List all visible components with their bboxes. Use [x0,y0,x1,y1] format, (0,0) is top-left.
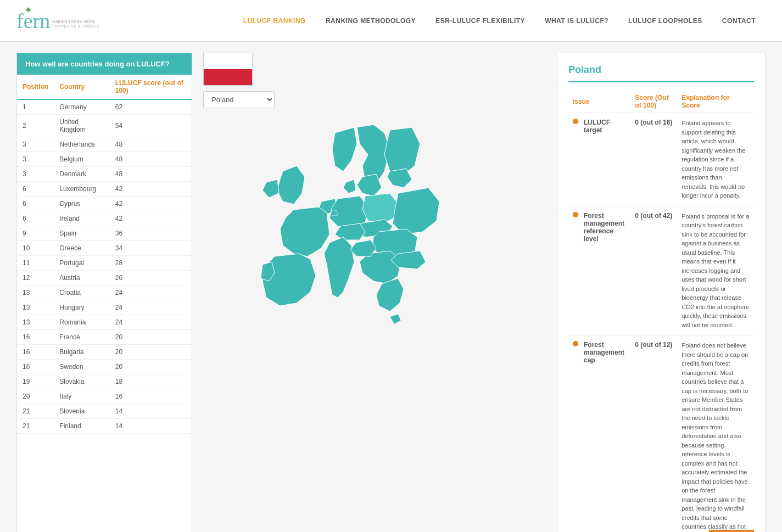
country-select[interactable]: Poland Germany France Spain Italy [203,91,275,108]
table-row[interactable]: 6 Cyprus 42 [17,197,192,211]
cell-country: Germany [54,99,109,115]
flag-bottom-half [204,69,252,85]
details-explanation-cell: Poland appears to support deleting this … [677,113,754,206]
details-row: LULUCF target 0 (out of 16) Poland appea… [568,113,754,206]
nav-loopholes[interactable]: LULUCF LOOPHOLES [618,17,712,25]
cell-score: 24 [110,300,192,315]
table-row[interactable]: 13 Romania 24 [17,315,192,330]
cell-position: 3 [17,167,54,182]
details-explanation-cell: Poland's proposal is for a country's for… [677,206,754,335]
table-row[interactable]: 12 Austria 26 [17,271,192,285]
table-row[interactable]: 19 Slovakia 18 [17,374,192,389]
table-row[interactable]: 13 Hungary 24 [17,300,192,315]
cell-country: Italy [54,389,109,404]
nav-lulucf-ranking[interactable]: LULUCF RANKING [233,17,316,25]
table-row[interactable]: 9 Spain 36 [17,226,192,241]
details-country-name: Poland [568,64,754,82]
details-row: Forest management reference level 0 (out… [568,206,754,335]
cell-country: Finland [54,419,109,434]
cell-score: 14 [110,419,192,434]
cell-position: 3 [17,152,54,167]
table-row[interactable]: 2 United Kingdom 54 [17,115,192,137]
details-col-explanation: Explanation for Score [677,91,754,113]
issue-name: Forest management reference level [584,212,626,243]
details-issue-cell: Forest management reference level [568,206,630,335]
cell-score: 34 [110,241,192,256]
cell-position: 12 [17,271,54,285]
cell-country: Bulgaria [54,345,109,360]
cell-country: United Kingdom [54,115,109,137]
col-position: Position [17,75,54,99]
cell-position: 2 [17,115,54,137]
main-content: How well are countries doing on LULUCF? … [0,42,782,532]
nav-contact[interactable]: CONTACT [712,17,766,25]
nav-what-is-lulucf[interactable]: WHAT IS LULUCF? [535,17,618,25]
nav-ranking-methodology[interactable]: RANKING METHODOLOGY [316,17,426,25]
nav-esr-flexibility[interactable]: ESR-LULUCF FLEXIBILITY [426,17,535,25]
cell-position: 10 [17,241,54,256]
cell-country: Denmark [54,167,109,182]
cell-position: 21 [17,404,54,419]
cell-position: 19 [17,374,54,389]
issue-dot [573,212,578,217]
cell-score: 18 [110,374,192,389]
close-button[interactable]: CLOSE [709,530,754,532]
cell-country: Sweden [54,360,109,374]
logo-area: fern MAKING THE EU WORKFOR PEOPLE & FORE… [16,10,99,31]
cell-position: 6 [17,197,54,211]
cell-score: 42 [110,197,192,211]
details-col-score: Score (Out of 100) [630,91,677,113]
table-row[interactable]: 6 Ireland 42 [17,211,192,226]
table-row[interactable]: 10 Greece 34 [17,241,192,256]
cell-country: Slovakia [54,374,109,389]
cell-country: Austria [54,271,109,285]
table-row[interactable]: 21 Slovenia 14 [17,404,192,419]
cell-country: Romania [54,315,109,330]
rankings-header-text: How well are countries doing on LULUCF? [17,53,192,75]
rankings-table: Position Country LULUCF score (out of 10… [17,75,192,434]
cell-country: France [54,330,109,345]
issue-dot [573,119,578,124]
flag-dropdown-row: Poland Germany France Spain Italy [203,53,546,108]
table-row[interactable]: 11 Portugal 28 [17,256,192,271]
cell-score: 36 [110,226,192,241]
cell-position: 20 [17,389,54,404]
issue-dot [573,341,578,346]
cell-country: Luxembourg [54,182,109,197]
issue-name: LULUCF target [584,119,626,134]
details-score-cell: 0 (out of 42) [630,206,677,335]
table-row[interactable]: 16 Bulgaria 20 [17,345,192,360]
cell-score: 42 [110,211,192,226]
cell-position: 3 [17,137,54,152]
cell-score: 42 [110,182,192,197]
cell-country: Slovenia [54,404,109,419]
rankings-panel: How well are countries doing on LULUCF? … [16,53,192,532]
cell-position: 16 [17,330,54,345]
table-row[interactable]: 1 Germany 62 [17,99,192,115]
country-flag [203,53,253,86]
table-row[interactable]: 3 Belgium 48 [17,152,192,167]
table-row[interactable]: 13 Croatia 24 [17,285,192,300]
table-row[interactable]: 3 Netherlands 48 [17,137,192,152]
header: fern MAKING THE EU WORKFOR PEOPLE & FORE… [0,0,782,42]
col-country: Country [54,75,109,99]
table-row[interactable]: 16 France 20 [17,330,192,345]
flag-top-half [204,53,252,69]
details-score-cell: 0 (out of 16) [630,113,677,206]
cell-score: 48 [110,152,192,167]
table-row[interactable]: 20 Italy 16 [17,389,192,404]
cell-country: Croatia [54,285,109,300]
cell-country: Hungary [54,300,109,315]
cell-score: 54 [110,115,192,137]
cell-score: 20 [110,330,192,345]
table-row[interactable]: 21 Finland 14 [17,419,192,434]
cell-score: 48 [110,137,192,152]
cell-country: Ireland [54,211,109,226]
table-row[interactable]: 16 Sweden 20 [17,360,192,374]
europe-map-svg [203,116,478,446]
table-row[interactable]: 6 Luxembourg 42 [17,182,192,197]
table-row[interactable]: 3 Denmark 48 [17,167,192,182]
cell-score: 26 [110,271,192,285]
details-issue-cell: Forest management cap [568,335,630,533]
cell-country: Portugal [54,256,109,271]
